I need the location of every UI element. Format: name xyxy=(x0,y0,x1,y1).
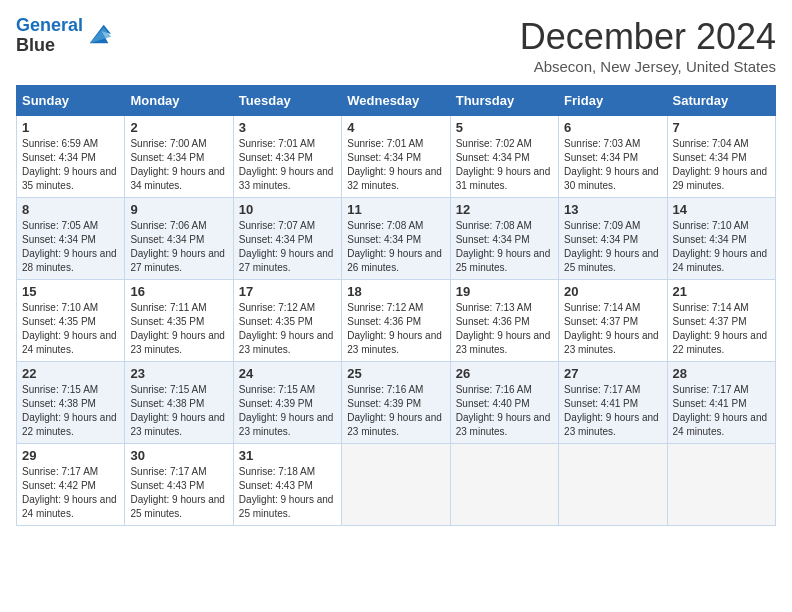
header-thursday: Thursday xyxy=(450,86,558,116)
day-info: Sunrise: 7:03 AMSunset: 4:34 PMDaylight:… xyxy=(564,138,659,191)
day-info: Sunrise: 7:02 AMSunset: 4:34 PMDaylight:… xyxy=(456,138,551,191)
page-header: GeneralBlue December 2024 Absecon, New J… xyxy=(16,16,776,75)
day-number: 4 xyxy=(347,120,444,135)
day-info: Sunrise: 7:17 AMSunset: 4:41 PMDaylight:… xyxy=(673,384,768,437)
calendar-cell: 12 Sunrise: 7:08 AMSunset: 4:34 PMDaylig… xyxy=(450,198,558,280)
day-info: Sunrise: 7:14 AMSunset: 4:37 PMDaylight:… xyxy=(673,302,768,355)
day-info: Sunrise: 7:08 AMSunset: 4:34 PMDaylight:… xyxy=(456,220,551,273)
day-info: Sunrise: 7:17 AMSunset: 4:43 PMDaylight:… xyxy=(130,466,225,519)
calendar-cell: 13 Sunrise: 7:09 AMSunset: 4:34 PMDaylig… xyxy=(559,198,667,280)
day-info: Sunrise: 7:01 AMSunset: 4:34 PMDaylight:… xyxy=(239,138,334,191)
day-number: 5 xyxy=(456,120,553,135)
calendar-cell: 2 Sunrise: 7:00 AMSunset: 4:34 PMDayligh… xyxy=(125,116,233,198)
calendar-week-row: 8 Sunrise: 7:05 AMSunset: 4:34 PMDayligh… xyxy=(17,198,776,280)
calendar-cell: 31 Sunrise: 7:18 AMSunset: 4:43 PMDaylig… xyxy=(233,444,341,526)
calendar-cell: 27 Sunrise: 7:17 AMSunset: 4:41 PMDaylig… xyxy=(559,362,667,444)
day-info: Sunrise: 7:12 AMSunset: 4:36 PMDaylight:… xyxy=(347,302,442,355)
calendar-week-row: 29 Sunrise: 7:17 AMSunset: 4:42 PMDaylig… xyxy=(17,444,776,526)
day-number: 10 xyxy=(239,202,336,217)
logo: GeneralBlue xyxy=(16,16,113,56)
day-info: Sunrise: 7:07 AMSunset: 4:34 PMDaylight:… xyxy=(239,220,334,273)
calendar-cell: 21 Sunrise: 7:14 AMSunset: 4:37 PMDaylig… xyxy=(667,280,775,362)
day-number: 24 xyxy=(239,366,336,381)
header-tuesday: Tuesday xyxy=(233,86,341,116)
calendar-cell: 30 Sunrise: 7:17 AMSunset: 4:43 PMDaylig… xyxy=(125,444,233,526)
day-info: Sunrise: 7:01 AMSunset: 4:34 PMDaylight:… xyxy=(347,138,442,191)
day-number: 12 xyxy=(456,202,553,217)
day-number: 22 xyxy=(22,366,119,381)
day-info: Sunrise: 7:18 AMSunset: 4:43 PMDaylight:… xyxy=(239,466,334,519)
calendar-cell: 14 Sunrise: 7:10 AMSunset: 4:34 PMDaylig… xyxy=(667,198,775,280)
calendar-cell: 9 Sunrise: 7:06 AMSunset: 4:34 PMDayligh… xyxy=(125,198,233,280)
day-info: Sunrise: 7:15 AMSunset: 4:39 PMDaylight:… xyxy=(239,384,334,437)
day-number: 28 xyxy=(673,366,770,381)
day-number: 31 xyxy=(239,448,336,463)
day-info: Sunrise: 7:15 AMSunset: 4:38 PMDaylight:… xyxy=(22,384,117,437)
calendar-cell: 3 Sunrise: 7:01 AMSunset: 4:34 PMDayligh… xyxy=(233,116,341,198)
calendar-cell: 26 Sunrise: 7:16 AMSunset: 4:40 PMDaylig… xyxy=(450,362,558,444)
day-number: 8 xyxy=(22,202,119,217)
header-wednesday: Wednesday xyxy=(342,86,450,116)
day-number: 17 xyxy=(239,284,336,299)
header-friday: Friday xyxy=(559,86,667,116)
calendar-week-row: 1 Sunrise: 6:59 AMSunset: 4:34 PMDayligh… xyxy=(17,116,776,198)
calendar-cell: 5 Sunrise: 7:02 AMSunset: 4:34 PMDayligh… xyxy=(450,116,558,198)
day-info: Sunrise: 7:10 AMSunset: 4:35 PMDaylight:… xyxy=(22,302,117,355)
day-info: Sunrise: 7:12 AMSunset: 4:35 PMDaylight:… xyxy=(239,302,334,355)
calendar-cell xyxy=(667,444,775,526)
day-info: Sunrise: 7:16 AMSunset: 4:39 PMDaylight:… xyxy=(347,384,442,437)
day-info: Sunrise: 7:04 AMSunset: 4:34 PMDaylight:… xyxy=(673,138,768,191)
calendar-cell: 11 Sunrise: 7:08 AMSunset: 4:34 PMDaylig… xyxy=(342,198,450,280)
day-number: 9 xyxy=(130,202,227,217)
calendar-cell: 6 Sunrise: 7:03 AMSunset: 4:34 PMDayligh… xyxy=(559,116,667,198)
day-info: Sunrise: 7:08 AMSunset: 4:34 PMDaylight:… xyxy=(347,220,442,273)
month-title: December 2024 xyxy=(520,16,776,58)
calendar-table: SundayMondayTuesdayWednesdayThursdayFrid… xyxy=(16,85,776,526)
calendar-cell: 4 Sunrise: 7:01 AMSunset: 4:34 PMDayligh… xyxy=(342,116,450,198)
day-number: 3 xyxy=(239,120,336,135)
day-number: 16 xyxy=(130,284,227,299)
calendar-cell: 23 Sunrise: 7:15 AMSunset: 4:38 PMDaylig… xyxy=(125,362,233,444)
calendar-cell: 28 Sunrise: 7:17 AMSunset: 4:41 PMDaylig… xyxy=(667,362,775,444)
calendar-cell: 18 Sunrise: 7:12 AMSunset: 4:36 PMDaylig… xyxy=(342,280,450,362)
day-number: 14 xyxy=(673,202,770,217)
calendar-week-row: 22 Sunrise: 7:15 AMSunset: 4:38 PMDaylig… xyxy=(17,362,776,444)
day-info: Sunrise: 7:17 AMSunset: 4:41 PMDaylight:… xyxy=(564,384,659,437)
day-number: 20 xyxy=(564,284,661,299)
day-number: 13 xyxy=(564,202,661,217)
day-number: 21 xyxy=(673,284,770,299)
calendar-header-row: SundayMondayTuesdayWednesdayThursdayFrid… xyxy=(17,86,776,116)
logo-text: GeneralBlue xyxy=(16,16,83,56)
day-number: 15 xyxy=(22,284,119,299)
calendar-cell: 20 Sunrise: 7:14 AMSunset: 4:37 PMDaylig… xyxy=(559,280,667,362)
day-number: 29 xyxy=(22,448,119,463)
day-info: Sunrise: 7:15 AMSunset: 4:38 PMDaylight:… xyxy=(130,384,225,437)
day-number: 18 xyxy=(347,284,444,299)
header-sunday: Sunday xyxy=(17,86,125,116)
title-block: December 2024 Absecon, New Jersey, Unite… xyxy=(520,16,776,75)
calendar-week-row: 15 Sunrise: 7:10 AMSunset: 4:35 PMDaylig… xyxy=(17,280,776,362)
calendar-cell: 22 Sunrise: 7:15 AMSunset: 4:38 PMDaylig… xyxy=(17,362,125,444)
day-number: 30 xyxy=(130,448,227,463)
location-title: Absecon, New Jersey, United States xyxy=(520,58,776,75)
header-monday: Monday xyxy=(125,86,233,116)
day-number: 6 xyxy=(564,120,661,135)
day-info: Sunrise: 7:13 AMSunset: 4:36 PMDaylight:… xyxy=(456,302,551,355)
calendar-cell: 7 Sunrise: 7:04 AMSunset: 4:34 PMDayligh… xyxy=(667,116,775,198)
day-number: 26 xyxy=(456,366,553,381)
header-saturday: Saturday xyxy=(667,86,775,116)
calendar-cell: 8 Sunrise: 7:05 AMSunset: 4:34 PMDayligh… xyxy=(17,198,125,280)
day-number: 7 xyxy=(673,120,770,135)
day-number: 27 xyxy=(564,366,661,381)
day-info: Sunrise: 7:00 AMSunset: 4:34 PMDaylight:… xyxy=(130,138,225,191)
day-info: Sunrise: 7:05 AMSunset: 4:34 PMDaylight:… xyxy=(22,220,117,273)
calendar-cell: 29 Sunrise: 7:17 AMSunset: 4:42 PMDaylig… xyxy=(17,444,125,526)
calendar-cell xyxy=(450,444,558,526)
logo-icon xyxy=(85,20,113,48)
day-info: Sunrise: 7:06 AMSunset: 4:34 PMDaylight:… xyxy=(130,220,225,273)
calendar-cell: 17 Sunrise: 7:12 AMSunset: 4:35 PMDaylig… xyxy=(233,280,341,362)
calendar-cell: 1 Sunrise: 6:59 AMSunset: 4:34 PMDayligh… xyxy=(17,116,125,198)
day-number: 23 xyxy=(130,366,227,381)
calendar-cell: 24 Sunrise: 7:15 AMSunset: 4:39 PMDaylig… xyxy=(233,362,341,444)
day-number: 1 xyxy=(22,120,119,135)
